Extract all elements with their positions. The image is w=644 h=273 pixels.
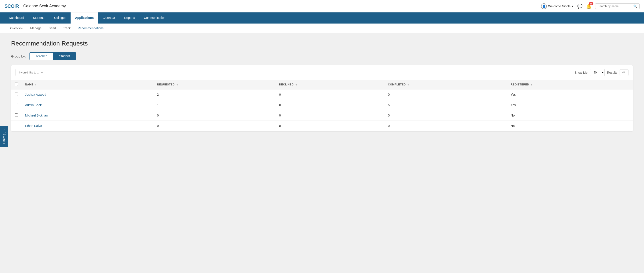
search-icon: 🔍 (633, 4, 637, 8)
row-requested-0: 2 (154, 90, 276, 100)
row-checkbox-cell-1 (11, 100, 22, 110)
show-me-label: Show Me (574, 71, 588, 74)
header-name: NAME ↑ (22, 80, 154, 90)
table-header: NAME ↑ REQUESTED ⇅ DECLINED ⇅ COMPLETED … (11, 80, 633, 90)
table-card: I would like to ... ▾ Show Me 50 25 100 … (11, 65, 633, 131)
search-input[interactable] (598, 4, 633, 8)
bell-icon[interactable]: 🔔 66 (586, 4, 592, 9)
group-by-row: Group by: Teacher Student (11, 52, 633, 60)
student-name-link-1[interactable]: Austin Baek (25, 103, 42, 107)
top-right-area: 👤 Welcome Nicole ▾ 💬 🔔 66 🔍 (541, 3, 640, 9)
row-name-1: Austin Baek (22, 100, 154, 110)
row-checkbox-3[interactable] (15, 124, 18, 127)
header-declined: DECLINED ⇅ (276, 80, 384, 90)
logo: SCOIR (4, 3, 19, 9)
row-requested-3: 0 (154, 121, 276, 131)
row-checkbox-2[interactable] (15, 114, 18, 117)
chevron-down-icon: ▾ (572, 4, 574, 8)
sub-nav-item-overview[interactable]: Overview (7, 24, 27, 33)
header-registered: REGISTERED ⇅ (507, 80, 633, 90)
show-me-row: Show Me 50 25 100 Results 👁 (574, 69, 628, 76)
chevron-right-icon: › (2, 129, 6, 130)
nav-item-students[interactable]: Students (29, 12, 50, 24)
table-body: Joshua Atwood 2 0 0 Yes Austin Baek 1 0 … (11, 90, 633, 131)
row-registered-3: No (507, 121, 633, 131)
nav-item-colleges[interactable]: Colleges (50, 12, 70, 24)
row-requested-1: 1 (154, 100, 276, 110)
sub-nav-item-track[interactable]: Track (60, 24, 74, 33)
filters-sidebar: Filters (1) › (0, 126, 8, 147)
nav-item-calendar[interactable]: Calendar (98, 12, 120, 24)
notification-badge: 66 (589, 2, 594, 5)
user-avatar-icon: 👤 (541, 3, 547, 9)
nav-item-communication[interactable]: Communication (139, 12, 170, 24)
row-declined-2: 0 (276, 110, 384, 121)
action-dropdown[interactable]: I would like to ... ▾ (16, 69, 46, 76)
group-by-label: Group by: (11, 54, 26, 58)
row-registered-0: Yes (507, 90, 633, 100)
student-name-link-0[interactable]: Joshua Atwood (25, 93, 46, 96)
results-eye-button[interactable]: 👁 (620, 69, 628, 76)
main-content: Recommendation Requests Group by: Teache… (0, 33, 644, 138)
header-completed: COMPLETED ⇅ (384, 80, 507, 90)
table-toolbar: I would like to ... ▾ Show Me 50 25 100 … (11, 65, 633, 80)
sub-nav: OverviewManageSendTrackRecommendations (0, 24, 644, 33)
table-row: Austin Baek 1 0 5 Yes (11, 100, 633, 110)
declined-sort-icon[interactable]: ⇅ (295, 84, 297, 86)
sub-nav-item-recommendations[interactable]: Recommendations (74, 24, 107, 33)
chat-icon[interactable]: 💬 (577, 4, 582, 9)
filters-tab-label: Filters (1) (2, 132, 6, 144)
show-me-select[interactable]: 50 25 100 (590, 69, 605, 76)
main-nav: DashboardStudentsCollegesApplicationsCal… (0, 12, 644, 24)
filters-tab-button[interactable]: Filters (1) › (0, 126, 8, 147)
row-name-2: Michael Bickham (22, 110, 154, 121)
sub-nav-item-send[interactable]: Send (45, 24, 60, 33)
table-row: Joshua Atwood 2 0 0 Yes (11, 90, 633, 100)
row-completed-0: 0 (384, 90, 507, 100)
row-completed-2: 0 (384, 110, 507, 121)
welcome-dropdown[interactable]: 👤 Welcome Nicole ▾ (541, 3, 574, 9)
table-row: Michael Bickham 0 0 0 No (11, 110, 633, 121)
page-title: Recommendation Requests (11, 40, 633, 47)
top-search-box: 🔍 (595, 3, 640, 9)
row-checkbox-1[interactable] (15, 103, 18, 106)
requested-sort-icon[interactable]: ⇅ (176, 84, 178, 86)
completed-sort-icon[interactable]: ⇅ (408, 84, 410, 86)
row-declined-1: 0 (276, 100, 384, 110)
row-registered-1: Yes (507, 100, 633, 110)
row-checkbox-cell-2 (11, 110, 22, 121)
dropdown-chevron-icon: ▾ (41, 71, 43, 74)
name-sort-icon[interactable]: ↑ (35, 84, 36, 86)
action-dropdown-label: I would like to ... (19, 71, 40, 74)
group-by-teacher-button[interactable]: Teacher (30, 52, 53, 60)
nav-item-dashboard[interactable]: Dashboard (4, 12, 29, 24)
registered-sort-icon[interactable]: ⇅ (531, 84, 533, 86)
nav-item-applications[interactable]: Applications (70, 12, 98, 24)
header-requested: REQUESTED ⇅ (154, 80, 276, 90)
group-by-buttons: Teacher Student (29, 52, 76, 60)
row-completed-3: 0 (384, 121, 507, 131)
student-name-link-3[interactable]: Ethan Calvo (25, 124, 42, 128)
row-name-3: Ethan Calvo (22, 121, 154, 131)
group-by-student-button[interactable]: Student (53, 52, 76, 60)
row-checkbox-0[interactable] (15, 92, 18, 96)
row-registered-2: No (507, 110, 633, 121)
student-name-link-2[interactable]: Michael Bickham (25, 114, 48, 117)
row-declined-0: 0 (276, 90, 384, 100)
sub-nav-items: OverviewManageSendTrackRecommendations (7, 24, 107, 33)
table-row: Ethan Calvo 0 0 0 No (11, 121, 633, 131)
nav-item-reports[interactable]: Reports (120, 12, 139, 24)
row-checkbox-cell-3 (11, 121, 22, 131)
top-bar: SCOIR Calonne Scoir Academy 👤 Welcome Ni… (0, 0, 644, 12)
row-checkbox-cell-0 (11, 90, 22, 100)
academy-name: Calonne Scoir Academy (23, 4, 541, 8)
row-declined-3: 0 (276, 121, 384, 131)
select-all-checkbox[interactable] (15, 82, 18, 86)
table-header-row: NAME ↑ REQUESTED ⇅ DECLINED ⇅ COMPLETED … (11, 80, 633, 90)
nav-items: DashboardStudentsCollegesApplicationsCal… (4, 12, 170, 24)
row-requested-2: 0 (154, 110, 276, 121)
header-checkbox-col (11, 80, 22, 90)
welcome-label: Welcome Nicole (548, 4, 570, 8)
sub-nav-item-manage[interactable]: Manage (27, 24, 45, 33)
row-name-0: Joshua Atwood (22, 90, 154, 100)
